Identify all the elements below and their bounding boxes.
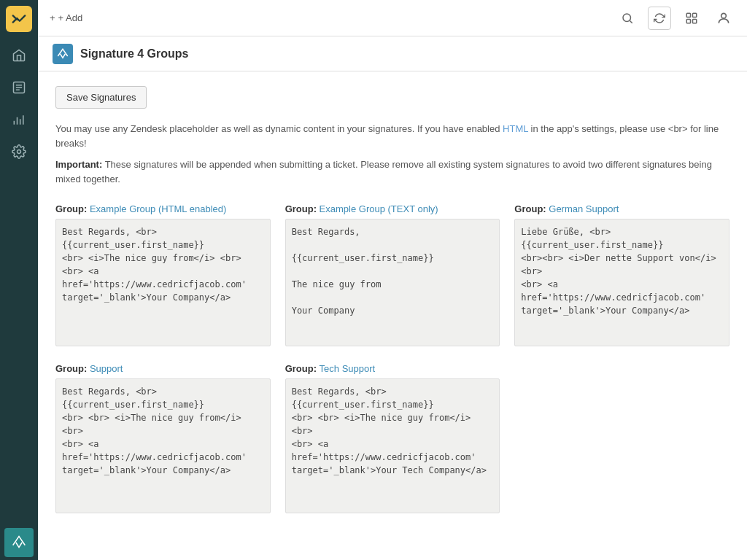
- groups-grid-bottom: Group: Support Best Regards, <br>{{curre…: [55, 363, 729, 516]
- group-label-example-text: Group: Example Group (TEXT only): [285, 203, 500, 214]
- add-button[interactable]: + + Add: [50, 12, 82, 23]
- group-tech-support: Group: Tech Support Best Regards, <br>{{…: [285, 363, 500, 516]
- svg-point-2: [623, 14, 631, 22]
- app-logo: [6, 6, 32, 32]
- page-title: Signature 4 Groups: [80, 47, 188, 61]
- sidebar-item-app[interactable]: [4, 528, 34, 557]
- group-german-support: Group: German Support Liebe Grüße, <br>{…: [514, 203, 729, 349]
- topbar: + + Add: [38, 0, 747, 36]
- group-example-text: Group: Example Group (TEXT only) Best Re…: [285, 203, 500, 349]
- group-textarea-tech-support[interactable]: Best Regards, <br>{{current_user.first_n…: [285, 378, 500, 513]
- group-textarea-german-support[interactable]: Liebe Grüße, <br>{{current_user.first_na…: [514, 219, 729, 346]
- sidebar: [0, 0, 38, 560]
- svg-rect-5: [686, 19, 690, 23]
- sidebar-item-tickets[interactable]: [4, 73, 34, 102]
- html-link[interactable]: HTML: [503, 123, 528, 134]
- search-button[interactable]: [616, 7, 639, 30]
- svg-rect-6: [693, 19, 697, 23]
- svg-point-7: [721, 13, 727, 18]
- group-textarea-example-html[interactable]: Best Regards, <br>{{current_user.first_n…: [55, 219, 271, 346]
- groups-grid-top: Group: Example Group (HTML enabled) Best…: [55, 203, 729, 349]
- info-text: You may use any Zendesk placeholder as w…: [55, 122, 729, 150]
- page-header: Signature 4 Groups: [38, 36, 747, 71]
- sidebar-item-reports[interactable]: [4, 105, 34, 134]
- important-body: These signatures will be appended when s…: [55, 159, 712, 184]
- svg-point-1: [18, 150, 21, 154]
- group-example-html: Group: Example Group (HTML enabled) Best…: [55, 203, 271, 349]
- group-label-tech-support: Group: Tech Support: [285, 363, 500, 374]
- save-signatures-button[interactable]: Save Signatures: [55, 86, 147, 109]
- page-header-icon: [53, 44, 73, 64]
- content-area: Save Signatures You may use any Zendesk …: [38, 71, 747, 560]
- add-icon: +: [50, 12, 55, 23]
- group-textarea-support[interactable]: Best Regards, <br>{{current_user.first_n…: [55, 378, 271, 513]
- sidebar-item-home[interactable]: [4, 41, 34, 70]
- user-avatar[interactable]: [712, 7, 735, 30]
- sidebar-item-settings[interactable]: [4, 137, 34, 166]
- group-label-german-support: Group: German Support: [514, 203, 729, 214]
- important-text: Important: These signatures will be appe…: [55, 158, 729, 186]
- group-label-example-html: Group: Example Group (HTML enabled): [55, 203, 271, 214]
- svg-rect-4: [693, 13, 697, 17]
- grid-button[interactable]: [680, 7, 703, 30]
- refresh-button[interactable]: [648, 7, 671, 30]
- important-label: Important:: [55, 159, 102, 170]
- main-container: + + Add: [38, 0, 747, 560]
- group-textarea-example-text[interactable]: Best Regards, {{current_user.first_name}…: [285, 219, 500, 346]
- group-support: Group: Support Best Regards, <br>{{curre…: [55, 363, 271, 516]
- add-label: + Add: [58, 12, 83, 23]
- group-label-support: Group: Support: [55, 363, 271, 374]
- svg-rect-3: [686, 13, 690, 17]
